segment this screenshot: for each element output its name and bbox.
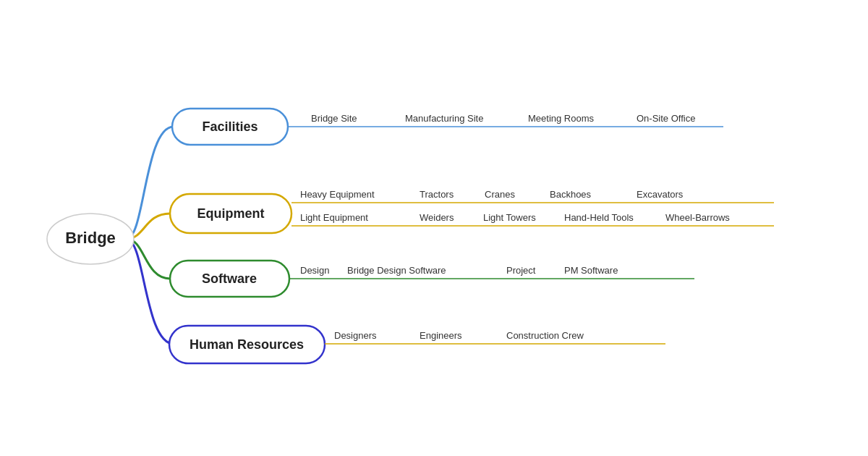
hr-child-2: Engineers: [420, 330, 462, 341]
equipment-label: Equipment: [197, 206, 265, 221]
equipment-child-9: Hand-Held Tools: [564, 212, 634, 223]
equipment-child-3: Cranes: [485, 189, 515, 200]
facilities-child-4: On-Site Office: [637, 113, 695, 124]
software-label: Software: [202, 271, 257, 286]
software-child-1: Design: [300, 265, 329, 276]
software-child-4: PM Software: [564, 265, 618, 276]
hr-child-1: Designers: [334, 330, 377, 341]
equipment-child-8: Light Towers: [483, 212, 536, 223]
equipment-child-7: Weiders: [420, 212, 454, 223]
equipment-child-6: Light Equipment: [300, 212, 368, 223]
facilities-child-1: Bridge Site: [311, 113, 357, 124]
software-child-3: Project: [506, 265, 536, 276]
facilities-child-2: Manufacturing Site: [405, 113, 483, 124]
software-child-2: Bridge Design Software: [347, 265, 446, 276]
equipment-child-1: Heavy Equipment: [300, 189, 375, 200]
equipment-child-2: Tractors: [420, 189, 454, 200]
facilities-child-3: Meeting Rooms: [528, 113, 595, 124]
center-label: Bridge: [65, 229, 116, 247]
facilities-label: Facilities: [202, 119, 258, 134]
equipment-child-5: Excavators: [637, 189, 684, 200]
mindmap-diagram: Bridge Facilities Bridge Site Manufactur…: [0, 0, 868, 456]
equipment-child-4: Backhoes: [550, 189, 592, 200]
equipment-child-10: Wheel-Barrows: [665, 212, 730, 223]
human-resources-label: Human Resources: [190, 337, 304, 352]
hr-child-3: Construction Crew: [506, 330, 584, 341]
